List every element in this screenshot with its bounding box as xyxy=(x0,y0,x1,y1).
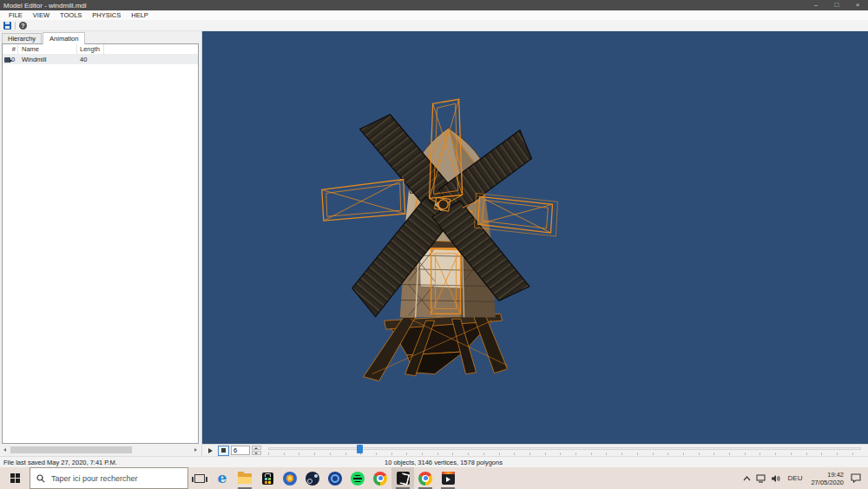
spotify-icon xyxy=(351,472,365,486)
steam-icon xyxy=(306,472,319,486)
save-button[interactable] xyxy=(3,22,11,30)
taskbar-steam-button[interactable] xyxy=(301,467,324,489)
viewport-canvas[interactable] xyxy=(202,31,868,444)
menu-item-file[interactable]: FILE xyxy=(3,10,28,20)
slider-thumb[interactable] xyxy=(357,445,363,453)
taskbar: DEU 19:42 27/05/2020 xyxy=(0,467,868,489)
taskbar-edge-button[interactable] xyxy=(211,467,233,489)
column-header-num[interactable]: # xyxy=(3,44,18,54)
windmill-model-render xyxy=(202,31,868,444)
file-explorer-icon xyxy=(238,473,252,484)
blue-rings-app-icon xyxy=(328,472,342,486)
screen: Model Editor - windmill.mdl – □ × FILE V… xyxy=(0,0,868,489)
stop-icon xyxy=(221,448,226,453)
help-icon: ? xyxy=(19,22,27,30)
menu-item-view[interactable]: VIEW xyxy=(28,10,55,20)
timeline-slider[interactable] xyxy=(268,445,861,456)
tab-animation[interactable]: Animation xyxy=(43,32,85,44)
spinner-down-button[interactable] xyxy=(252,451,261,455)
close-button[interactable]: × xyxy=(847,0,868,10)
taskbar-model-editor-button[interactable] xyxy=(391,467,414,489)
blue-sun-app-icon xyxy=(283,472,297,486)
taskbar-chrome2-button[interactable] xyxy=(414,467,437,489)
model-editor-window: Model Editor - windmill.mdl – □ × FILE V… xyxy=(0,0,868,467)
tray-language-button[interactable]: DEU xyxy=(784,467,807,489)
tray-network-button[interactable] xyxy=(753,467,768,489)
minimize-button[interactable]: – xyxy=(806,0,826,10)
save-icon xyxy=(3,22,11,30)
statusbar: File last saved May 27, 2020, 7:41 P.M. … xyxy=(0,456,868,467)
scrollbar-thumb[interactable] xyxy=(10,446,132,453)
speaker-icon xyxy=(771,474,781,483)
action-center-button[interactable] xyxy=(848,467,868,489)
store-icon xyxy=(262,472,273,485)
viewport xyxy=(201,31,868,456)
edge-icon xyxy=(218,471,227,486)
tray-clock-button[interactable]: 19:42 27/05/2020 xyxy=(806,471,848,486)
column-header-length[interactable]: Length xyxy=(77,44,104,54)
spinner-up-button[interactable] xyxy=(252,446,261,450)
chrome-icon xyxy=(373,472,387,486)
row-name: Windmill xyxy=(18,55,77,64)
playback-controls xyxy=(202,444,868,456)
keyframe-icon xyxy=(4,57,10,63)
frame-spinner xyxy=(252,446,261,455)
menubar: FILE VIEW TOOLS PHYSICS HELP xyxy=(0,10,868,20)
table-header: # Name Length xyxy=(3,44,198,55)
system-tray: DEU 19:42 27/05/2020 xyxy=(740,467,868,489)
chrome-icon xyxy=(418,472,432,486)
help-button[interactable]: ? xyxy=(19,22,27,30)
horizontal-scrollbar[interactable] xyxy=(2,446,199,454)
video-player-icon xyxy=(442,472,455,485)
tab-hierarchy[interactable]: Hierarchy xyxy=(2,33,42,43)
window-title: Model Editor - windmill.mdl xyxy=(3,2,87,10)
animation-table: # Name Length 0 Windmill 40 xyxy=(2,43,199,444)
toolbar-separator xyxy=(15,22,16,30)
row-length: 40 xyxy=(77,55,104,64)
taskbar-app-rings-button[interactable] xyxy=(324,467,346,489)
titlebar: Model Editor - windmill.mdl – □ × xyxy=(0,0,868,10)
scrollbar-track[interactable] xyxy=(9,446,192,453)
sidebar-panel: Hierarchy Animation # Name Length 0 xyxy=(0,31,201,456)
action-center-icon xyxy=(851,473,861,483)
main-area: Hierarchy Animation # Name Length 0 xyxy=(0,31,868,456)
task-view-icon xyxy=(194,474,205,483)
tray-chevron-button[interactable] xyxy=(740,467,753,489)
play-button[interactable] xyxy=(205,446,216,456)
tray-volume-button[interactable] xyxy=(768,467,784,489)
menu-item-tools[interactable]: TOOLS xyxy=(55,10,87,20)
search-input[interactable] xyxy=(49,473,181,484)
scroll-right-arrow[interactable] xyxy=(192,446,199,453)
task-view-button[interactable] xyxy=(188,467,211,489)
table-row[interactable]: 0 Windmill 40 xyxy=(3,55,198,64)
window-controls: – □ × xyxy=(806,0,868,10)
taskbar-search[interactable] xyxy=(30,467,188,489)
start-button[interactable] xyxy=(0,467,30,489)
taskbar-chrome-button[interactable] xyxy=(369,467,391,489)
restore-button[interactable]: □ xyxy=(826,0,847,10)
taskbar-video-button[interactable] xyxy=(437,467,459,489)
network-icon xyxy=(756,474,766,483)
model-editor-icon xyxy=(397,472,410,485)
tray-date: 27/05/2020 xyxy=(811,479,844,486)
taskbar-store-button[interactable] xyxy=(256,467,279,489)
chevron-up-icon xyxy=(743,476,751,481)
scroll-left-arrow[interactable] xyxy=(2,446,9,453)
stop-button[interactable] xyxy=(218,446,229,456)
column-header-name[interactable]: Name xyxy=(18,44,77,54)
taskbar-explorer-button[interactable] xyxy=(233,467,256,489)
menu-item-physics[interactable]: PHYSICS xyxy=(87,10,126,20)
windows-logo-icon xyxy=(10,473,20,483)
status-last-saved: File last saved May 27, 2020, 7:41 P.M. xyxy=(3,459,117,466)
play-icon xyxy=(208,448,213,453)
status-model-stats: 10 objects, 3146 vertices, 1578 polygons xyxy=(385,459,503,466)
taskbar-spotify-button[interactable] xyxy=(346,467,369,489)
menu-item-help[interactable]: HELP xyxy=(126,10,154,20)
search-icon xyxy=(36,474,45,483)
taskbar-app-sun-button[interactable] xyxy=(279,467,301,489)
panel-tabs: Hierarchy Animation xyxy=(0,31,201,43)
toolbar: ? xyxy=(0,20,868,31)
frame-input[interactable] xyxy=(231,446,250,455)
tray-time: 19:42 xyxy=(811,471,844,479)
